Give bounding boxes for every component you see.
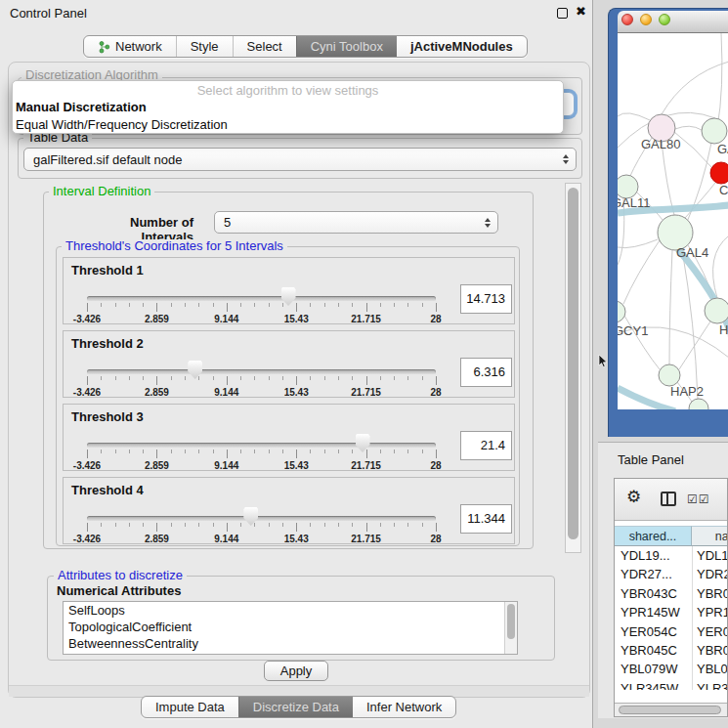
tab-label: Style — [191, 39, 219, 54]
table-row[interactable]: YPR145WYPR1... — [615, 603, 728, 621]
minimize-traffic-light-icon[interactable] — [640, 14, 652, 25]
bottom-tab-discretize-data[interactable]: Discretize Data — [238, 697, 353, 717]
table-cell: YLR345W — [615, 679, 692, 690]
close-icon[interactable]: ✖ — [576, 4, 586, 19]
top-tab-jactivemnodules[interactable]: jActiveMNodules — [397, 36, 527, 57]
list-scrollbar-thumb[interactable] — [507, 604, 515, 639]
top-tab-cyni-toolbox[interactable]: Cyni Toolbox — [296, 36, 397, 57]
table-cell: YBL079W — [615, 660, 692, 678]
node-label: C — [719, 183, 728, 197]
dropdown-option-manual-discretization[interactable]: Manual Discretization — [13, 99, 563, 116]
bottom-tab-infer-network[interactable]: Infer Network — [353, 697, 455, 717]
table-row[interactable]: YLR345WYLR3... — [615, 679, 728, 690]
threshold-value-field[interactable]: 6.316 — [460, 358, 512, 387]
network-node-hap2[interactable] — [659, 364, 680, 386]
table-row[interactable]: YDL19...YDL1... — [615, 546, 728, 565]
table-row[interactable]: YDR27...YDR2... — [615, 565, 728, 583]
table-cell: YER054C — [615, 622, 692, 641]
panel-title: Control Panel — [10, 6, 87, 21]
table-cell: YDR27... — [615, 565, 692, 583]
slider-track[interactable] — [87, 296, 436, 301]
list-scrollbar[interactable] — [504, 602, 517, 654]
threshold-label: Threshold 1 — [71, 263, 144, 278]
threshold-2-box: Threshold 2-3.4262.8599.14415.4321.71528… — [63, 330, 515, 398]
table-data-combobox[interactable]: galFiltered.sif default node — [23, 148, 577, 171]
table-horizontal-scrollbar[interactable] — [615, 703, 727, 716]
top-tab-style[interactable]: Style — [176, 36, 233, 57]
numerical-attributes-list[interactable]: SelfLoopsTopologicalCoefficientBetweenne… — [63, 601, 518, 655]
close-traffic-light-icon[interactable] — [621, 14, 633, 25]
number-of-intervals-combobox[interactable]: 5 — [214, 211, 498, 234]
zoom-traffic-light-icon[interactable] — [659, 14, 670, 25]
slider-tick-labels: -3.4262.8599.14415.4321.71528 — [87, 460, 436, 472]
threshold-3-box: Threshold 3-3.4262.8599.14415.4321.71528… — [63, 404, 515, 471]
table-row[interactable]: YBL079WYBL0... — [615, 660, 728, 678]
column-layout-icon[interactable] — [661, 492, 676, 506]
threshold-4-box: Threshold 4-3.4262.8599.14415.4321.71528… — [63, 477, 515, 544]
thresholds-group-title: Threshold's Coordinates for 5 Intervals — [62, 239, 287, 253]
column-header-shared[interactable]: shared... — [615, 526, 692, 546]
table-cell: YER0... — [692, 622, 728, 641]
bottom-tab-impute-data[interactable]: Impute Data — [142, 697, 238, 717]
network-canvas[interactable]: GAL80GACGAL11GAL4GCY1HHAP2 — [618, 33, 728, 409]
node-label: GAL80 — [641, 137, 680, 151]
node-label: GAL11 — [618, 195, 651, 210]
slider-ticks — [87, 523, 436, 533]
slider-track[interactable] — [87, 369, 436, 374]
table-cell: YDR2... — [692, 565, 728, 583]
tab-label: Cyni Toolbox — [311, 39, 383, 54]
numerical-attributes-label: Numerical Attributes — [57, 583, 181, 598]
apply-button[interactable]: Apply — [264, 661, 328, 681]
tab-label: jActiveMNodules — [410, 39, 513, 54]
table-row[interactable]: YER054CYER0... — [615, 622, 728, 641]
table-rows: YDL19...YDL1...YDR27...YDR2...YBR043CYBR… — [615, 546, 728, 690]
attribute-item-topologicalcoefficient[interactable]: TopologicalCoefficient — [64, 619, 517, 635]
gear-icon[interactable]: ⚙ — [626, 487, 641, 507]
attribute-item-selfloops[interactable]: SelfLoops — [64, 602, 517, 619]
table-row[interactable]: YBR045CYBR0... — [615, 641, 728, 660]
top-tab-bar: NetworkStyleSelectCyni ToolboxjActiveMNo… — [83, 35, 528, 58]
network-node-ga[interactable] — [702, 118, 727, 144]
table-panel-title: Table Panel — [618, 452, 684, 467]
node-label: H — [719, 322, 728, 337]
table-cell: YBL0... — [692, 660, 728, 678]
slider-track[interactable] — [87, 516, 436, 521]
mouse-cursor — [598, 355, 610, 368]
tab-label: Network — [115, 39, 162, 54]
dropdown-options: Manual DiscretizationEqual Width/Frequen… — [13, 99, 563, 134]
network-window-titlebar[interactable] — [618, 11, 728, 33]
control-panel-titlebar: Control Panel ✖ — [0, 0, 592, 25]
node-label: GCY1 — [618, 323, 648, 338]
top-tab-select[interactable]: Select — [233, 36, 296, 57]
threshold-label: Threshold 3 — [71, 409, 144, 424]
table-cell: YPR1... — [692, 603, 728, 621]
select-columns-icon[interactable]: ☑☑ — [687, 492, 710, 506]
table-toolbar: ⚙ ☑☑ — [615, 479, 727, 521]
settings-vertical-scrollbar[interactable] — [565, 183, 581, 553]
network-node-gcy1[interactable] — [618, 301, 625, 322]
network-node-h[interactable] — [705, 298, 728, 323]
network-node[interactable] — [689, 399, 708, 409]
table-row[interactable]: YBR043CYBR0... — [615, 584, 728, 603]
table-header: shared...name — [615, 526, 728, 546]
tab-label: Discretize Data — [253, 700, 339, 714]
network-node-c[interactable] — [710, 162, 728, 184]
column-header-name[interactable]: name — [692, 526, 728, 546]
node-label: GAL4 — [676, 245, 708, 260]
dropdown-option-equal-width-frequency-discretization[interactable]: Equal Width/Frequency Discretization — [13, 116, 563, 134]
slider-ticks — [87, 450, 436, 459]
threshold-value-field[interactable]: 14.713 — [460, 284, 512, 314]
scrollbar-thumb[interactable] — [568, 188, 578, 539]
float-window-icon[interactable] — [557, 8, 568, 19]
top-tab-network[interactable]: Network — [84, 36, 176, 57]
slider-track[interactable] — [87, 443, 436, 448]
table-cell: YDL1... — [692, 546, 728, 565]
threshold-value-field[interactable]: 21.4 — [460, 431, 512, 460]
node-table: ⚙ ☑☑ shared...name YDL19...YDL1...YDR27.… — [614, 478, 728, 717]
column-divider — [692, 546, 693, 690]
hscrollbar-thumb[interactable] — [619, 706, 721, 714]
screenshot-root: Control Panel ✖ NetworkStyleSelectCyni T… — [0, 0, 728, 728]
attribute-item-betweennesscentrality[interactable]: BetweennessCentrality — [64, 635, 517, 652]
threshold-value-field[interactable]: 11.344 — [460, 504, 512, 534]
network-window[interactable]: GAL80GACGAL11GAL4GCY1HHAP2 — [608, 8, 728, 437]
